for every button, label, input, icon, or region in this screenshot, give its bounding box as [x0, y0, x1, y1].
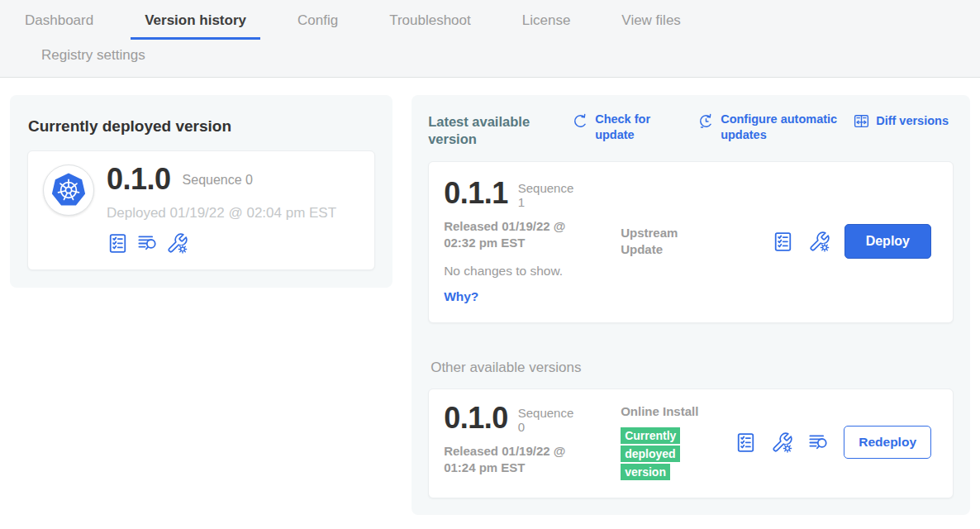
other-version-info: 0.1.0 Sequence 0 Released 01/19/22 @ 01:…	[444, 403, 616, 476]
refresh-icon	[572, 112, 589, 130]
currently-deployed-badge-wrap: Currently deployed version	[621, 427, 695, 481]
deploy-logs-icon[interactable]	[136, 232, 159, 255]
deployed-version-info: 0.1.0 Sequence 0 Deployed 01/19/22 @ 02:…	[107, 164, 336, 255]
diff-versions-link[interactable]: Diff versions	[853, 112, 949, 130]
version-number: 0.1.1	[444, 179, 508, 208]
latest-version-info: 0.1.1 Sequence 1 Released 01/19/22 @ 02:…	[444, 179, 616, 304]
main-content: Currently deployed version 0.1.0 Sequenc…	[0, 78, 980, 515]
app-logo-badge	[43, 164, 94, 216]
edit-config-icon[interactable]	[808, 231, 830, 253]
currently-deployed-title: Currently deployed version	[28, 117, 375, 136]
deployed-version-card: 0.1.0 Sequence 0 Deployed 01/19/22 @ 02:…	[27, 150, 375, 270]
nav-row-1: Dashboard Version history Config Trouble…	[0, 11, 980, 40]
changes-note: No changes to show.	[444, 264, 616, 279]
latest-version-actions: Deploy	[772, 224, 931, 259]
tab-version-history[interactable]: Version history	[131, 11, 260, 40]
check-for-update-link[interactable]: Check for update	[572, 112, 664, 142]
released-timestamp: Released 01/19/22 @ 02:32 pm EST	[444, 218, 586, 252]
nav-row-2: Registry settings	[0, 40, 980, 77]
tab-dashboard[interactable]: Dashboard	[11, 11, 107, 40]
install-type-label: Online Install	[621, 403, 703, 420]
configure-automatic-updates-link[interactable]: Configure automatic updates	[697, 112, 853, 142]
preflight-checks-icon[interactable]	[772, 231, 794, 253]
sequence-label: Sequence 1	[518, 181, 583, 210]
configure-automatic-updates-label: Configure automatic updates	[721, 112, 853, 142]
released-timestamp: Released 01/19/22 @ 01:24 pm EST	[444, 443, 586, 477]
tab-troubleshoot[interactable]: Troubleshoot	[375, 11, 485, 40]
currently-deployed-panel: Currently deployed version 0.1.0 Sequenc…	[10, 95, 392, 288]
version-row: 0.1.0 Sequence 0	[444, 403, 616, 435]
diff-versions-label: Diff versions	[876, 113, 949, 129]
version-row: 0.1.0 Sequence 0	[107, 164, 336, 194]
deployed-timestamp: Deployed 01/19/22 @ 02:04 pm EST	[107, 205, 336, 222]
other-available-versions-title: Other available versions	[431, 360, 954, 376]
deploy-logs-icon[interactable]	[807, 431, 830, 454]
available-header: Latest available version Check for updat…	[428, 112, 954, 148]
top-nav: Dashboard Version history Config Trouble…	[0, 0, 980, 78]
sequence-label: Sequence 0	[518, 406, 583, 435]
sequence-label: Sequence 0	[183, 173, 253, 188]
version-row: 0.1.1 Sequence 1	[444, 179, 616, 210]
available-versions-panel: Latest available version Check for updat…	[412, 95, 970, 515]
why-link[interactable]: Why?	[444, 289, 616, 304]
edit-config-icon[interactable]	[771, 431, 793, 454]
other-version-actions: Redeploy	[735, 426, 931, 459]
check-for-update-label: Check for update	[595, 112, 664, 142]
redeploy-button[interactable]: Redeploy	[844, 426, 931, 459]
preflight-checks-icon[interactable]	[107, 232, 129, 255]
version-number: 0.1.0	[444, 403, 508, 433]
deployed-actions	[107, 232, 336, 255]
install-type-column: Online Install Currently deployed versio…	[621, 403, 703, 481]
tab-config[interactable]: Config	[283, 11, 352, 40]
kubernetes-logo	[49, 170, 88, 210]
edit-config-icon[interactable]	[166, 232, 188, 255]
other-version-card: 0.1.0 Sequence 0 Released 01/19/22 @ 01:…	[428, 388, 954, 498]
tab-license[interactable]: License	[508, 11, 585, 40]
tab-registry-settings[interactable]: Registry settings	[27, 45, 159, 69]
tab-view-files[interactable]: View files	[607, 11, 695, 40]
deploy-button[interactable]: Deploy	[844, 224, 931, 259]
preflight-checks-icon[interactable]	[735, 431, 757, 454]
version-number: 0.1.0	[107, 164, 171, 194]
diff-icon	[853, 112, 870, 130]
update-source-label: Upstream Update	[621, 225, 718, 259]
scheduled-update-icon	[697, 112, 715, 130]
currently-deployed-badge: Currently deployed version	[621, 427, 680, 480]
latest-version-card: 0.1.1 Sequence 1 Released 01/19/22 @ 02:…	[428, 161, 954, 323]
latest-available-title: Latest available version	[428, 113, 554, 148]
